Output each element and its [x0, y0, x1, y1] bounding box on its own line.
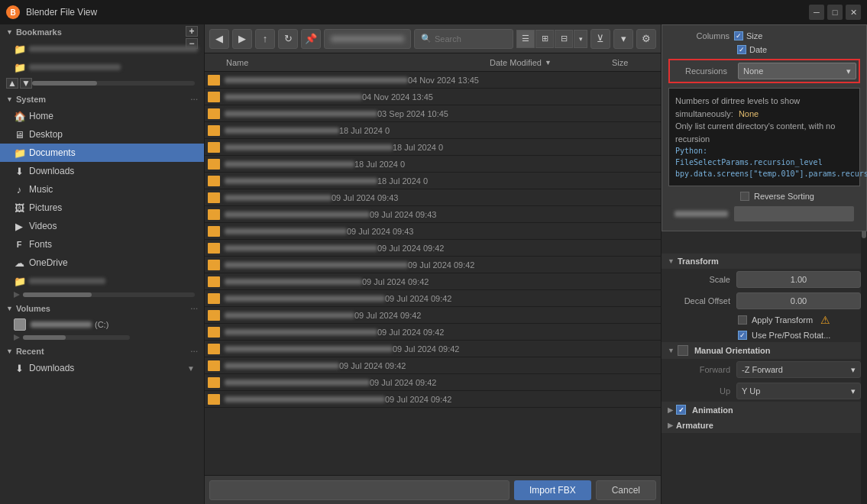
sidebar-item-music[interactable]: ♪ Music — [0, 180, 204, 199]
recent-item-downloads[interactable]: ⬇ Downloads ▼ — [0, 359, 204, 377]
sidebar-item-onedrive[interactable]: ☁ OneDrive — [0, 254, 204, 272]
forward-button[interactable]: ▶ — [232, 29, 252, 49]
table-row[interactable]: 18 Jul 2024 0 — [205, 156, 661, 173]
date-checkbox[interactable]: ✓ — [737, 45, 746, 54]
play-icon — [14, 292, 20, 298]
sidebar-item-extra[interactable]: 📁 — [0, 272, 204, 290]
refresh-button[interactable]: ↻ — [278, 29, 298, 49]
close-button[interactable]: ✕ — [846, 5, 861, 20]
armature-arrow-icon: ▶ — [668, 422, 673, 429]
bookmarks-scrollbar[interactable] — [32, 81, 195, 86]
manual-orientation-header[interactable]: ▼ Manual Orientation — [662, 342, 867, 359]
table-row[interactable]: 04 Nov 2024 13:45 — [205, 72, 661, 89]
bookmark-button[interactable]: 📌 — [301, 29, 321, 49]
cancel-button[interactable]: Cancel — [596, 480, 656, 500]
armature-section-header[interactable]: ▶ Armature — [662, 418, 867, 433]
volumes-header[interactable]: ▼ Volumes ⋯ — [0, 301, 204, 316]
apply-transform-checkbox[interactable] — [738, 315, 747, 325]
sidebar-item-documents[interactable]: 📁 Documents — [0, 144, 204, 162]
recursions-dropdown[interactable]: None ▾ — [738, 63, 856, 79]
table-row[interactable]: 09 Jul 2024 09:43 — [205, 206, 661, 223]
view-grid-large-button[interactable]: ⊟ — [555, 30, 573, 48]
date-checkbox-item[interactable]: ✓ Date — [737, 45, 767, 54]
minimize-button[interactable]: ─ — [809, 5, 824, 20]
table-row[interactable]: 09 Jul 2024 09:42 — [205, 341, 661, 357]
system-scrollbar[interactable] — [23, 292, 195, 297]
settings-button[interactable]: ⚙ — [636, 29, 656, 49]
volumes-arrow: ▼ — [6, 305, 13, 312]
manual-orientation-checkbox[interactable] — [678, 345, 688, 356]
bookmark-scroll-up[interactable]: ▲ — [6, 78, 18, 89]
recent-scroll-btn[interactable]: ▼ — [184, 361, 198, 375]
file-date: 09 Jul 2024 09:42 — [377, 328, 500, 337]
bookmark-add-btn[interactable]: + — [186, 26, 198, 37]
decal-offset-value[interactable]: 0.00 — [736, 292, 861, 309]
search-box[interactable]: 🔍 — [414, 29, 513, 49]
table-row[interactable]: 09 Jul 2024 09:42 — [205, 324, 661, 341]
toolbar: ◀ ▶ ↑ ↻ 📌 🔍 ☰ ⊞ ⊟ ▾ ⊻ ▾ ⚙ — [205, 24, 661, 53]
manual-orientation-arrow-icon: ▼ — [668, 347, 675, 354]
filter-dropdown-button[interactable]: ▾ — [613, 29, 633, 49]
home-icon: 🏠 — [14, 111, 24, 122]
table-row[interactable]: 04 Nov 2024 13:45 — [205, 89, 661, 105]
volume-item-c[interactable]: (C:) — [0, 316, 204, 333]
transform-section-header[interactable]: ▼ Transform — [662, 254, 867, 269]
table-row[interactable]: 09 Jul 2024 09:42 — [205, 257, 661, 273]
recursions-chevron-icon: ▾ — [846, 66, 851, 76]
file-browser: ◀ ▶ ↑ ↻ 📌 🔍 ☰ ⊞ ⊟ ▾ ⊻ ▾ ⚙ — [205, 24, 661, 504]
folder-icon — [208, 226, 220, 237]
table-row[interactable]: 18 Jul 2024 0 — [205, 173, 661, 189]
animation-checkbox[interactable]: ✓ — [676, 405, 686, 415]
search-input[interactable] — [435, 34, 496, 44]
up-dropdown[interactable]: Y Up ▾ — [736, 383, 861, 399]
up-button[interactable]: ↑ — [255, 29, 275, 49]
size-checkbox-item[interactable]: ✓ Size — [734, 31, 762, 40]
sidebar-item-fonts[interactable]: F Fonts — [0, 235, 204, 254]
bookmarks-header[interactable]: ▼ Bookmarks + − — [0, 24, 204, 40]
bookmark-item-1[interactable]: 📁 — [0, 40, 204, 58]
table-row[interactable]: 18 Jul 2024 0 — [205, 139, 661, 156]
sidebar-item-videos[interactable]: ▶ Videos — [0, 217, 204, 235]
forward-dropdown[interactable]: -Z Forward ▾ — [736, 361, 861, 378]
animation-section-header[interactable]: ▶ ✓ Animation — [662, 402, 867, 418]
file-name-blurred — [225, 195, 332, 201]
file-name-blurred — [225, 94, 362, 100]
table-row[interactable]: 09 Jul 2024 09:42 — [205, 240, 661, 257]
table-row[interactable]: 09 Jul 2024 09:42 — [205, 273, 661, 290]
system-header[interactable]: ▼ System ⋯ — [0, 92, 204, 107]
table-row[interactable]: 03 Sep 2024 10:45 — [205, 105, 661, 122]
sidebar-item-downloads[interactable]: ⬇ Downloads — [0, 162, 204, 180]
table-row[interactable]: 09 Jul 2024 09:42 — [205, 307, 661, 324]
view-dropdown-button[interactable]: ▾ — [574, 30, 587, 48]
table-row[interactable]: 18 Jul 2024 0 — [205, 122, 661, 139]
scale-value[interactable]: 1.00 — [736, 271, 861, 288]
sidebar-item-desktop[interactable]: 🖥 Desktop — [0, 125, 204, 144]
fonts-label: Fonts — [29, 239, 198, 250]
scale-row: Scale 1.00 — [662, 269, 867, 290]
sidebar-item-home[interactable]: 🏠 Home — [0, 107, 204, 125]
bookmark-scroll-down[interactable]: ▼ — [20, 78, 32, 89]
recent-header[interactable]: ▼ Recent ⋯ — [0, 344, 204, 359]
sidebar-item-pictures[interactable]: 🖼 Pictures — [0, 199, 204, 217]
table-row[interactable]: 09 Jul 2024 09:43 — [205, 189, 661, 206]
path-bar[interactable] — [324, 29, 411, 49]
use-pre-post-checkbox[interactable]: ✓ — [738, 331, 747, 340]
table-row[interactable]: 09 Jul 2024 09:42 — [205, 391, 661, 408]
volumes-scrollbar[interactable] — [23, 335, 130, 340]
reverse-sorting-checkbox[interactable] — [740, 192, 749, 201]
view-grid-small-button[interactable]: ⊞ — [535, 30, 554, 48]
table-row[interactable]: 09 Jul 2024 09:42 — [205, 357, 661, 374]
filename-input[interactable] — [209, 480, 510, 500]
table-row[interactable]: 09 Jul 2024 09:42 — [205, 374, 661, 391]
maximize-button[interactable]: □ — [827, 5, 843, 20]
bookmark-item-2[interactable]: 📁 — [0, 58, 204, 76]
size-checkbox[interactable]: ✓ — [734, 31, 743, 40]
view-list-button[interactable]: ☰ — [516, 30, 535, 48]
import-fbx-button[interactable]: Import FBX — [514, 480, 591, 500]
file-date: 09 Jul 2024 09:43 — [332, 193, 454, 202]
filter-button[interactable]: ⊻ — [590, 29, 610, 49]
folder-icon-2: 📁 — [14, 62, 24, 73]
table-row[interactable]: 09 Jul 2024 09:43 — [205, 223, 661, 240]
table-row[interactable]: 09 Jul 2024 09:42 — [205, 290, 661, 307]
back-button[interactable]: ◀ — [209, 29, 229, 49]
